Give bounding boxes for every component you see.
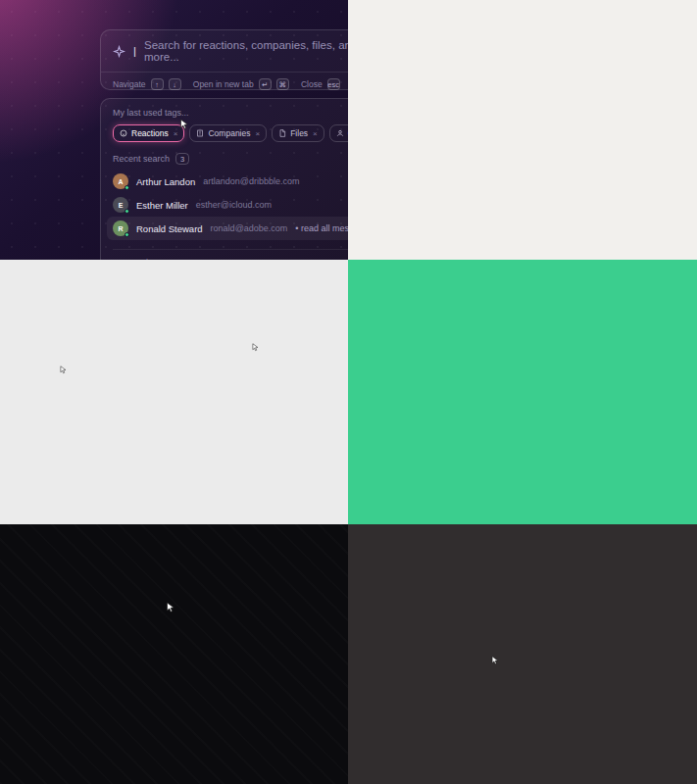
tag-contacts[interactable]: Contacts× [329, 124, 348, 142]
panel-dark-purple-palette: | Search for reactions, companies, files… [0, 0, 348, 260]
shortcut-hint-bar: Navigate ↑ ↓ Open in new tab ↵ ⌘ Close e… [101, 72, 348, 96]
recent-count-badge: 3 [175, 153, 189, 165]
tag-chips: Reactions× Companies× Files× Contacts× ·… [113, 124, 348, 142]
remove-tag-icon[interactable]: × [313, 129, 318, 138]
navigate-label: Navigate [113, 79, 146, 89]
avatar: A [113, 173, 128, 189]
smiley-icon [120, 129, 127, 137]
tag-files[interactable]: Files× [272, 124, 324, 142]
person-icon [336, 129, 344, 137]
online-dot [124, 185, 129, 190]
search-input[interactable]: | Search for reactions, companies, files… [101, 30, 348, 72]
avatar: R [113, 220, 128, 236]
mouse-cursor [165, 602, 176, 613]
online-dot [124, 232, 129, 237]
avatar: E [113, 197, 128, 213]
person-email: artlandon@dribbble.com [203, 176, 299, 186]
person-email: ronald@adobe.com [211, 223, 288, 233]
companies-section-label: Companies [113, 249, 348, 260]
tag-reactions[interactable]: Reactions× [113, 124, 184, 142]
search-card: | Search for reactions, companies, files… [100, 29, 348, 90]
mouse-cursor [490, 656, 500, 665]
panel-gray-background: Search for actions, people, instruments … [0, 260, 348, 524]
person-row[interactable]: E Esther Miller esther@icloud.com [107, 193, 348, 217]
mouse-cursor [59, 366, 68, 374]
panel-light-background: | Search for actions, collections and co… [348, 0, 697, 260]
recent-search-header: Recent search3 [113, 153, 348, 165]
remove-tag-icon[interactable]: × [255, 129, 260, 138]
search-placeholder: Search for reactions, companies, files, … [144, 39, 348, 63]
remove-tag-icon[interactable]: × [174, 129, 178, 138]
results-card: My last used tags... Reactions× Companie… [100, 98, 348, 260]
online-dot [124, 209, 129, 214]
person-name: Arthur Landon [136, 176, 195, 187]
document-icon [278, 129, 286, 137]
sparkle-command-icon [113, 45, 125, 58]
text-caret: | [133, 45, 136, 57]
key-up: ↑ [151, 78, 164, 90]
key-enter: ↵ [259, 78, 272, 90]
key-down: ↓ [169, 78, 181, 90]
person-email: esther@icloud.com [196, 200, 272, 210]
tag-companies[interactable]: Companies× [189, 124, 267, 142]
key-esc: esc [327, 78, 340, 90]
close-label: Close [301, 79, 323, 89]
person-name: Ronald Steward [136, 223, 203, 234]
panel-darkgray-background: Search for actions, people, instruments … [348, 524, 697, 784]
panel-black-background: Search Create Create new document Lorem … [0, 524, 348, 784]
last-used-tags-label: My last used tags... [113, 108, 348, 118]
mouse-cursor [251, 343, 260, 352]
mouse-cursor [178, 119, 190, 130]
person-row-selected[interactable]: R Ronald Steward ronald@adobe.com • read… [107, 217, 348, 240]
person-extra: • read all messages [295, 223, 348, 233]
person-row[interactable]: A Arthur Landon artlandon@dribbble.com [107, 170, 348, 193]
panel-green-background: Clew / v3 / Core list Here 29:07 Share U… [348, 260, 697, 524]
building-icon [196, 129, 204, 137]
key-command: ⌘ [276, 78, 289, 90]
person-name: Esther Miller [136, 200, 188, 211]
open-in-new-tab-label: Open in new tab [193, 79, 254, 89]
